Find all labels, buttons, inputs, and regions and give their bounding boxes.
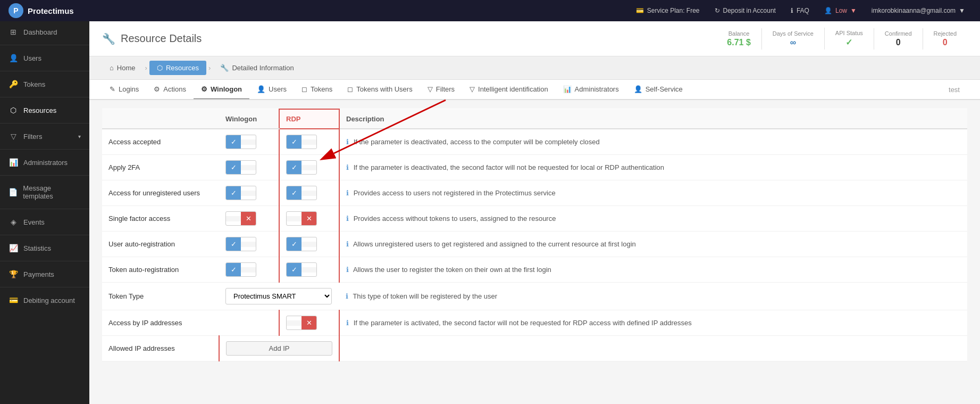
toggle-winlogon-token-reg[interactable]: ✓ [225, 262, 256, 277]
toggle-red-x[interactable]: ✕ [241, 212, 256, 225]
toggle-on-icon[interactable]: ✓ [226, 263, 241, 276]
toggle-winlogon-access-accepted[interactable]: ✓ [225, 135, 256, 149]
tab-tokens-with-users[interactable]: ◻ Tokens with Users [340, 80, 420, 100]
toggle-off-icon[interactable] [241, 242, 256, 247]
sidebar-events-label: Events [23, 218, 45, 226]
toggle-on-icon[interactable]: ✓ [287, 186, 301, 200]
content: 🔧 Resource Details Balance 6.71 $ Days o… [89, 21, 980, 404]
tab-self-service[interactable]: 👤 Self-Service [626, 80, 690, 100]
service-plan-button[interactable]: 💳 Service Plan: Free [630, 4, 706, 18]
toggle-winlogon-single[interactable]: ✕ [225, 211, 256, 226]
sidebar-item-dashboard[interactable]: ⊞ Dashboard [0, 21, 89, 43]
sidebar-msg-label: Message templates [23, 184, 81, 200]
toggle-off-left[interactable] [287, 216, 301, 221]
toggle-rdp-user-reg[interactable]: ✓ [286, 237, 317, 251]
sidebar-item-debiting[interactable]: 💳 Debiting account [0, 290, 89, 311]
msg-icon: 📄 [9, 188, 18, 196]
toggle-rdp-single[interactable]: ✕ [286, 211, 317, 226]
tab-test[interactable]: test [941, 80, 967, 99]
toggle-rdp-access-accepted[interactable]: ✓ [286, 135, 317, 149]
sidebar-divider-4 [0, 123, 89, 123]
toggle-off-icon[interactable] [301, 165, 316, 170]
label-user-auto-reg: User auto-registration [102, 232, 219, 257]
sidebar-filters-label: Filters [23, 133, 42, 141]
service-plan-label: Service Plan: Free [647, 7, 700, 14]
sidebar-item-statistics[interactable]: 📈 Statistics [0, 237, 89, 259]
toggle-off-icon[interactable] [301, 191, 316, 196]
sidebar-item-users[interactable]: 👤 Users [0, 47, 89, 69]
breadcrumb-resources[interactable]: ⬡ Resources [149, 61, 206, 75]
rejected-label: Rejected [934, 30, 957, 37]
toggle-winlogon-user-reg[interactable]: ✓ [225, 237, 256, 251]
toggle-off-icon[interactable] [241, 267, 256, 273]
sidebar-item-filters[interactable]: ▽ Filters ▾ [0, 126, 89, 147]
sidebar-debiting-label: Debiting account [23, 296, 75, 304]
email-button[interactable]: imkorobkinaanna@gmail.com ▼ [865, 4, 971, 18]
deposit-button[interactable]: ↻ Deposit in Account [708, 4, 782, 18]
sub-tabs: ✎ Logins ⚙ Actions ⚙ Winlogon 👤 Users ◻ … [89, 80, 980, 100]
tab-filters[interactable]: ▽ Filters [420, 80, 462, 100]
toggle-off-icon[interactable] [301, 267, 316, 273]
debiting-icon: 💳 [9, 296, 18, 304]
toggle-rdp-token-reg[interactable]: ✓ [286, 262, 317, 277]
tab-administrators[interactable]: 📊 Administrators [556, 80, 626, 100]
tab-actions[interactable]: ⚙ Actions [146, 80, 194, 100]
page-title-icon: 🔧 [102, 32, 115, 45]
toggle-off-icon[interactable] [301, 139, 316, 145]
toggle-red-x[interactable]: ✕ [301, 212, 316, 225]
sidebar-item-payments[interactable]: 🏆 Payments [0, 263, 89, 285]
user-level-button[interactable]: 👤 Low ▼ [818, 4, 863, 18]
desc-token-auto-reg: ℹ Allows the user to register the token … [339, 257, 967, 283]
toggle-winlogon-unreg[interactable]: ✓ [225, 186, 256, 200]
user-level-label: Low [835, 7, 847, 14]
toggle-on-icon[interactable]: ✓ [226, 186, 241, 200]
toggle-off-left[interactable] [287, 320, 301, 326]
tab-users[interactable]: 👤 Users [249, 80, 294, 100]
faq-button[interactable]: ℹ FAQ [784, 4, 816, 18]
dos-label: Days of Service [773, 30, 814, 37]
tab-intelligent-id[interactable]: ▽ Intelligent identification [462, 80, 556, 100]
toggle-red-x[interactable]: ✕ [301, 316, 316, 329]
add-ip-button[interactable]: Add IP [226, 341, 332, 356]
admin-icon: 📊 [9, 158, 18, 167]
filters-tab-label: Filters [436, 85, 455, 93]
sidebar-item-events[interactable]: ◈ Events [0, 211, 89, 233]
toggle-on-icon[interactable]: ✓ [226, 135, 241, 149]
breadcrumb-detailed[interactable]: 🔧 Detailed Information [213, 61, 301, 75]
toggle-on-icon[interactable]: ✓ [226, 237, 241, 251]
toggle-on-icon[interactable]: ✓ [287, 263, 301, 276]
toggle-on-icon[interactable]: ✓ [226, 161, 241, 174]
tab-logins[interactable]: ✎ Logins [102, 80, 146, 100]
tab-winlogon[interactable]: ⚙ Winlogon [194, 80, 249, 100]
toggle-on-icon[interactable]: ✓ [287, 135, 301, 149]
toggle-on-icon[interactable]: ✓ [287, 161, 301, 174]
email-label: imkorobkinaanna@gmail.com [872, 7, 956, 14]
toggle-off-left[interactable] [226, 216, 241, 221]
toggle-winlogon-apply-2fa[interactable]: ✓ [225, 160, 256, 175]
token-type-select[interactable]: Protectimus SMART TOTP HOTP [225, 288, 332, 304]
toggle-on-icon[interactable]: ✓ [287, 237, 301, 251]
toggle-rdp-ip[interactable]: ✕ [286, 316, 317, 330]
toggle-off-icon[interactable] [241, 165, 256, 170]
breadcrumb-home[interactable]: ⌂ Home [102, 61, 143, 75]
toggle-off-icon[interactable] [301, 242, 316, 247]
top-navbar: P Protectimus 💳 Service Plan: Free ↻ Dep… [0, 0, 980, 21]
home-icon: ⌂ [110, 64, 114, 72]
faq-icon: ℹ [791, 7, 793, 14]
toggle-rdp-apply-2fa[interactable]: ✓ [286, 160, 317, 175]
tab-tokens[interactable]: ◻ Tokens [294, 80, 340, 100]
desc-user-auto-reg: ℹ Allows unregistered users to get regis… [339, 232, 967, 257]
email-caret: ▼ [959, 7, 965, 14]
sidebar-divider-9 [0, 261, 89, 261]
toggle-off-icon[interactable] [241, 139, 256, 145]
sidebar-item-message-templates[interactable]: 📄 Message templates [0, 178, 89, 207]
tokens-tab-label: Tokens [311, 85, 332, 93]
info-icon: ℹ [346, 266, 349, 274]
toggle-rdp-unreg[interactable]: ✓ [286, 186, 317, 200]
confirmed-value: 0 [885, 38, 912, 47]
dos-value: ∞ [773, 38, 814, 47]
toggle-off-icon[interactable] [241, 191, 256, 196]
sidebar-item-administrators[interactable]: 📊 Administrators [0, 152, 89, 173]
sidebar-item-tokens[interactable]: 🔑 Tokens [0, 73, 89, 95]
sidebar-item-resources[interactable]: ⬡ Resources [0, 100, 89, 121]
